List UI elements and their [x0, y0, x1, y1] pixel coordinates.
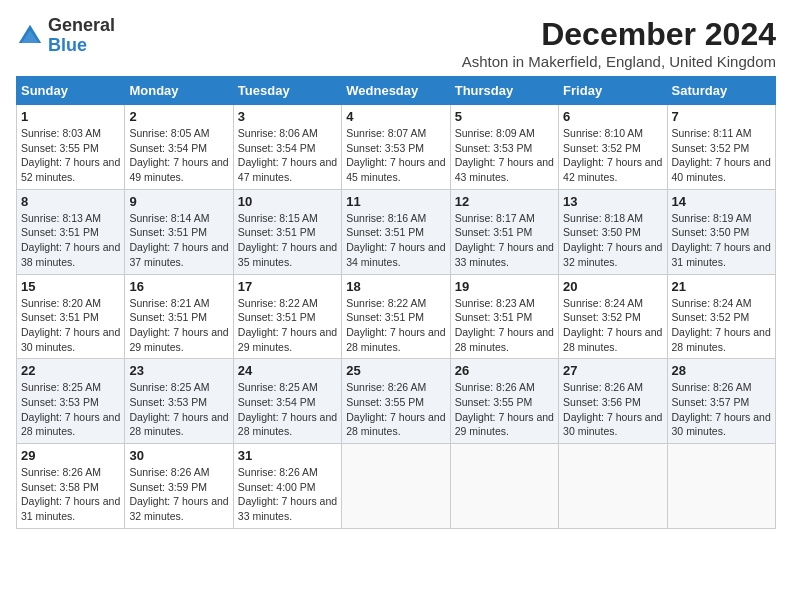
day-number: 4	[346, 109, 445, 124]
day-info: Sunrise: 8:10 AMSunset: 3:52 PMDaylight:…	[563, 127, 662, 183]
day-info: Sunrise: 8:03 AMSunset: 3:55 PMDaylight:…	[21, 127, 120, 183]
table-row: 26 Sunrise: 8:26 AMSunset: 3:55 PMDaylig…	[450, 359, 558, 444]
day-info: Sunrise: 8:18 AMSunset: 3:50 PMDaylight:…	[563, 212, 662, 268]
day-info: Sunrise: 8:06 AMSunset: 3:54 PMDaylight:…	[238, 127, 337, 183]
day-info: Sunrise: 8:26 AMSunset: 3:55 PMDaylight:…	[455, 381, 554, 437]
day-info: Sunrise: 8:19 AMSunset: 3:50 PMDaylight:…	[672, 212, 771, 268]
calendar-week-row: 29 Sunrise: 8:26 AMSunset: 3:58 PMDaylig…	[17, 444, 776, 529]
day-number: 28	[672, 363, 771, 378]
table-row: 15 Sunrise: 8:20 AMSunset: 3:51 PMDaylig…	[17, 274, 125, 359]
day-info: Sunrise: 8:09 AMSunset: 3:53 PMDaylight:…	[455, 127, 554, 183]
day-info: Sunrise: 8:05 AMSunset: 3:54 PMDaylight:…	[129, 127, 228, 183]
day-number: 10	[238, 194, 337, 209]
day-info: Sunrise: 8:25 AMSunset: 3:53 PMDaylight:…	[21, 381, 120, 437]
day-info: Sunrise: 8:23 AMSunset: 3:51 PMDaylight:…	[455, 297, 554, 353]
day-info: Sunrise: 8:22 AMSunset: 3:51 PMDaylight:…	[238, 297, 337, 353]
day-number: 5	[455, 109, 554, 124]
table-row: 24 Sunrise: 8:25 AMSunset: 3:54 PMDaylig…	[233, 359, 341, 444]
table-row: 20 Sunrise: 8:24 AMSunset: 3:52 PMDaylig…	[559, 274, 667, 359]
day-number: 9	[129, 194, 228, 209]
table-row: 13 Sunrise: 8:18 AMSunset: 3:50 PMDaylig…	[559, 189, 667, 274]
day-info: Sunrise: 8:26 AMSunset: 3:56 PMDaylight:…	[563, 381, 662, 437]
day-info: Sunrise: 8:26 AMSunset: 3:59 PMDaylight:…	[129, 466, 228, 522]
month-title: December 2024	[462, 16, 776, 53]
day-info: Sunrise: 8:17 AMSunset: 3:51 PMDaylight:…	[455, 212, 554, 268]
table-row: 31 Sunrise: 8:26 AMSunset: 4:00 PMDaylig…	[233, 444, 341, 529]
day-number: 2	[129, 109, 228, 124]
table-row: 28 Sunrise: 8:26 AMSunset: 3:57 PMDaylig…	[667, 359, 775, 444]
day-number: 7	[672, 109, 771, 124]
day-info: Sunrise: 8:26 AMSunset: 3:57 PMDaylight:…	[672, 381, 771, 437]
day-info: Sunrise: 8:26 AMSunset: 3:55 PMDaylight:…	[346, 381, 445, 437]
day-number: 6	[563, 109, 662, 124]
calendar-header-row: Sunday Monday Tuesday Wednesday Thursday…	[17, 77, 776, 105]
day-info: Sunrise: 8:26 AMSunset: 3:58 PMDaylight:…	[21, 466, 120, 522]
table-row	[450, 444, 558, 529]
day-info: Sunrise: 8:13 AMSunset: 3:51 PMDaylight:…	[21, 212, 120, 268]
day-number: 23	[129, 363, 228, 378]
day-number: 20	[563, 279, 662, 294]
logo-icon	[16, 22, 44, 50]
location-subtitle: Ashton in Makerfield, England, United Ki…	[462, 53, 776, 70]
day-number: 16	[129, 279, 228, 294]
logo-blue: Blue	[48, 35, 87, 55]
day-number: 17	[238, 279, 337, 294]
day-info: Sunrise: 8:24 AMSunset: 3:52 PMDaylight:…	[672, 297, 771, 353]
table-row: 22 Sunrise: 8:25 AMSunset: 3:53 PMDaylig…	[17, 359, 125, 444]
day-number: 24	[238, 363, 337, 378]
logo: General Blue	[16, 16, 115, 56]
day-number: 22	[21, 363, 120, 378]
table-row	[559, 444, 667, 529]
table-row: 3 Sunrise: 8:06 AMSunset: 3:54 PMDayligh…	[233, 105, 341, 190]
table-row: 12 Sunrise: 8:17 AMSunset: 3:51 PMDaylig…	[450, 189, 558, 274]
day-info: Sunrise: 8:26 AMSunset: 4:00 PMDaylight:…	[238, 466, 337, 522]
day-info: Sunrise: 8:21 AMSunset: 3:51 PMDaylight:…	[129, 297, 228, 353]
table-row: 25 Sunrise: 8:26 AMSunset: 3:55 PMDaylig…	[342, 359, 450, 444]
header-wednesday: Wednesday	[342, 77, 450, 105]
header-thursday: Thursday	[450, 77, 558, 105]
calendar-week-row: 1 Sunrise: 8:03 AMSunset: 3:55 PMDayligh…	[17, 105, 776, 190]
day-number: 11	[346, 194, 445, 209]
table-row: 18 Sunrise: 8:22 AMSunset: 3:51 PMDaylig…	[342, 274, 450, 359]
logo-general: General	[48, 15, 115, 35]
calendar-week-row: 15 Sunrise: 8:20 AMSunset: 3:51 PMDaylig…	[17, 274, 776, 359]
day-number: 18	[346, 279, 445, 294]
table-row: 29 Sunrise: 8:26 AMSunset: 3:58 PMDaylig…	[17, 444, 125, 529]
day-info: Sunrise: 8:16 AMSunset: 3:51 PMDaylight:…	[346, 212, 445, 268]
table-row: 4 Sunrise: 8:07 AMSunset: 3:53 PMDayligh…	[342, 105, 450, 190]
table-row: 14 Sunrise: 8:19 AMSunset: 3:50 PMDaylig…	[667, 189, 775, 274]
table-row: 1 Sunrise: 8:03 AMSunset: 3:55 PMDayligh…	[17, 105, 125, 190]
table-row: 8 Sunrise: 8:13 AMSunset: 3:51 PMDayligh…	[17, 189, 125, 274]
day-number: 25	[346, 363, 445, 378]
day-number: 3	[238, 109, 337, 124]
day-info: Sunrise: 8:07 AMSunset: 3:53 PMDaylight:…	[346, 127, 445, 183]
day-number: 14	[672, 194, 771, 209]
day-number: 27	[563, 363, 662, 378]
day-number: 13	[563, 194, 662, 209]
day-info: Sunrise: 8:25 AMSunset: 3:53 PMDaylight:…	[129, 381, 228, 437]
calendar-week-row: 8 Sunrise: 8:13 AMSunset: 3:51 PMDayligh…	[17, 189, 776, 274]
table-row: 30 Sunrise: 8:26 AMSunset: 3:59 PMDaylig…	[125, 444, 233, 529]
day-number: 1	[21, 109, 120, 124]
table-row: 10 Sunrise: 8:15 AMSunset: 3:51 PMDaylig…	[233, 189, 341, 274]
table-row: 11 Sunrise: 8:16 AMSunset: 3:51 PMDaylig…	[342, 189, 450, 274]
day-number: 21	[672, 279, 771, 294]
day-info: Sunrise: 8:22 AMSunset: 3:51 PMDaylight:…	[346, 297, 445, 353]
day-number: 31	[238, 448, 337, 463]
table-row: 17 Sunrise: 8:22 AMSunset: 3:51 PMDaylig…	[233, 274, 341, 359]
day-number: 15	[21, 279, 120, 294]
calendar-week-row: 22 Sunrise: 8:25 AMSunset: 3:53 PMDaylig…	[17, 359, 776, 444]
day-info: Sunrise: 8:11 AMSunset: 3:52 PMDaylight:…	[672, 127, 771, 183]
day-info: Sunrise: 8:14 AMSunset: 3:51 PMDaylight:…	[129, 212, 228, 268]
table-row: 16 Sunrise: 8:21 AMSunset: 3:51 PMDaylig…	[125, 274, 233, 359]
header-tuesday: Tuesday	[233, 77, 341, 105]
calendar-table: Sunday Monday Tuesday Wednesday Thursday…	[16, 76, 776, 529]
day-number: 29	[21, 448, 120, 463]
table-row: 9 Sunrise: 8:14 AMSunset: 3:51 PMDayligh…	[125, 189, 233, 274]
header-monday: Monday	[125, 77, 233, 105]
table-row: 23 Sunrise: 8:25 AMSunset: 3:53 PMDaylig…	[125, 359, 233, 444]
table-row: 2 Sunrise: 8:05 AMSunset: 3:54 PMDayligh…	[125, 105, 233, 190]
table-row: 19 Sunrise: 8:23 AMSunset: 3:51 PMDaylig…	[450, 274, 558, 359]
day-number: 26	[455, 363, 554, 378]
day-info: Sunrise: 8:24 AMSunset: 3:52 PMDaylight:…	[563, 297, 662, 353]
